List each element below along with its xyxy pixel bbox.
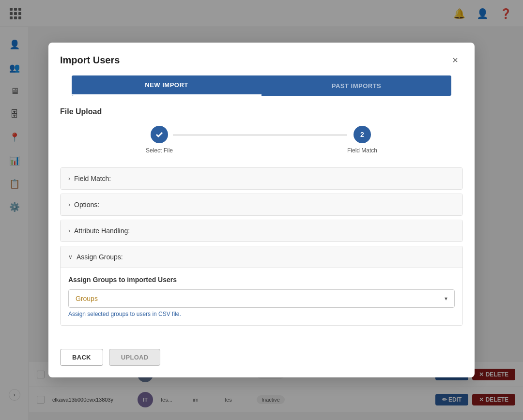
accordion-attribute-handling-label: Attribute Handling: (74, 227, 130, 235)
accordion-field-match-header[interactable]: › Field Match: (61, 168, 462, 189)
accordion-assign-groups-header[interactable]: ∨ Assign Groups: (61, 246, 462, 268)
modal-title: Import Users (60, 55, 120, 66)
checkmark-icon (155, 131, 163, 138)
chevron-right-icon: › (68, 201, 70, 208)
groups-placeholder: Groups (76, 295, 98, 302)
step-circle-2: 2 (354, 126, 371, 143)
back-button[interactable]: BACK (60, 349, 103, 366)
chevron-right-icon: › (68, 227, 70, 234)
file-upload-title: File Upload (60, 107, 463, 116)
step-circle-1 (151, 126, 168, 143)
import-users-modal: Import Users × NEW IMPORT PAST IMPORTS F… (48, 43, 475, 377)
chevron-down-icon: ∨ (68, 254, 73, 260)
accordion-assign-groups: ∨ Assign Groups: Assign Groups to import… (60, 246, 463, 326)
dropdown-arrow-icon: ▾ (445, 295, 447, 302)
accordion-attribute-handling: › Attribute Handling: (60, 220, 463, 242)
accordion-options-header[interactable]: › Options: (61, 194, 462, 215)
step-label-2: Field Match (347, 147, 377, 154)
upload-button[interactable]: UPLOAD (109, 349, 161, 366)
accordion-field-match: › Field Match: (60, 167, 463, 190)
modal-close-button[interactable]: × (447, 52, 463, 68)
modal-tabs: NEW IMPORT PAST IMPORTS (72, 75, 451, 96)
stepper: Select File 2 Field Match (60, 126, 463, 154)
step-field-match: 2 Field Match (347, 126, 377, 154)
tab-past-imports[interactable]: PAST IMPORTS (262, 75, 451, 96)
groups-dropdown[interactable]: Groups ▾ (68, 289, 455, 308)
accordion-options: › Options: (60, 194, 463, 216)
assign-groups-label: Assign Groups to imported Users (68, 276, 455, 284)
step-connector (173, 135, 347, 135)
modal-body: File Upload Select File 2 Field Match › (48, 96, 475, 341)
tab-new-import[interactable]: NEW IMPORT (72, 75, 262, 96)
step-label-1: Select File (146, 147, 173, 154)
accordion-assign-groups-label: Assign Groups: (77, 253, 123, 261)
modal-footer: BACK UPLOAD (48, 341, 475, 377)
modal-header: Import Users × (48, 43, 475, 75)
accordion-assign-groups-body: Assign Groups to imported Users Groups ▾… (61, 268, 462, 325)
groups-hint-text: Assign selected groups to users in CSV f… (68, 311, 455, 317)
accordion-options-label: Options: (74, 201, 99, 209)
accordion-attribute-handling-header[interactable]: › Attribute Handling: (61, 220, 462, 241)
accordion-field-match-label: Field Match: (74, 175, 111, 182)
chevron-right-icon: › (68, 175, 70, 182)
step-select-file: Select File (146, 126, 173, 154)
